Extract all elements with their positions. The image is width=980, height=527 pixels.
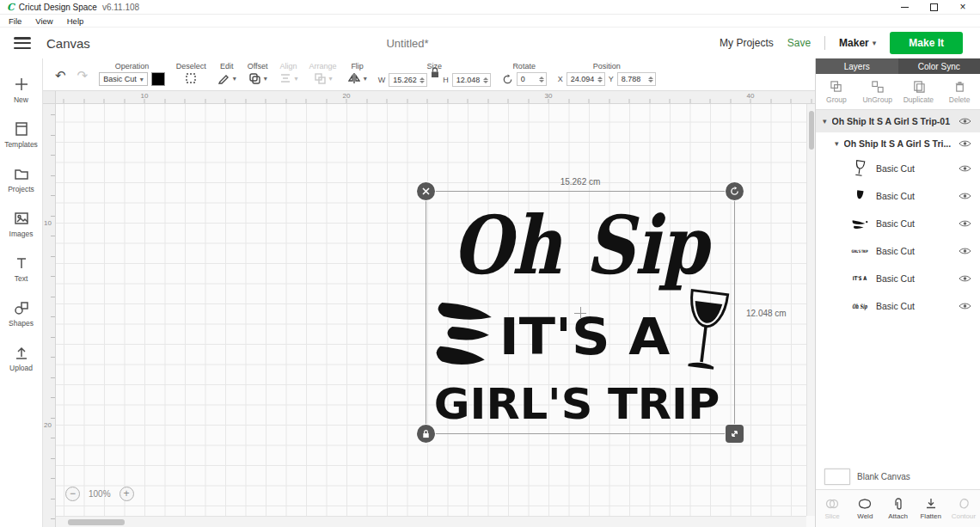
undo-button[interactable]: ↶ [55, 69, 66, 82]
chevron-down-icon: ▾ [233, 75, 236, 83]
sidebar-item-new[interactable]: New [0, 67, 42, 112]
document-title[interactable]: Untitled* [386, 37, 428, 50]
width-input[interactable]: 15.262 [389, 73, 427, 87]
layer-sub-group-row[interactable]: ▾ Oh Ship It S A Girl S Tri... [816, 132, 980, 155]
zoom-out-button[interactable]: − [65, 487, 80, 501]
position-y-input[interactable]: 8.788 [617, 72, 656, 86]
edit-dropdown[interactable]: Edit ▾ [217, 61, 236, 84]
layer-row[interactable]: Basic Cut [816, 182, 980, 210]
layer-row[interactable]: Oh Sip Basic Cut [816, 292, 980, 320]
duplicate-icon [912, 80, 925, 93]
position-x-value: 24.094 [571, 75, 595, 83]
duplicate-button[interactable]: Duplicate [898, 74, 940, 109]
group-button[interactable]: Group [816, 74, 857, 109]
menu-help[interactable]: Help [67, 16, 84, 26]
blank-canvas-swatch[interactable] [824, 469, 850, 485]
delete-handle[interactable] [417, 182, 435, 200]
chevron-down-icon: ▾ [364, 75, 367, 83]
collapse-caret-icon[interactable]: ▾ [835, 139, 839, 148]
make-it-button[interactable]: Make It [890, 32, 963, 54]
rotate-stepper[interactable] [539, 77, 544, 83]
layer-row[interactable]: Basic Cut [816, 155, 980, 182]
edit-pencil-icon [217, 72, 230, 84]
arrange-icon [314, 72, 326, 84]
position-x-stepper[interactable] [597, 77, 603, 83]
layer-row[interactable]: GIRL'S TRIP Basic Cut [816, 237, 980, 265]
wine-glass-solid-icon [848, 185, 871, 207]
height-stepper[interactable] [483, 77, 488, 83]
deselect-button[interactable]: Deselect [176, 61, 206, 84]
maximize-button[interactable] [928, 2, 939, 12]
contour-icon [957, 497, 971, 511]
zoom-control: − 100% + [65, 487, 134, 501]
splash-icon [848, 212, 871, 235]
visibility-eye-icon[interactable] [959, 219, 971, 228]
sidebar-item-upload[interactable]: Upload [0, 335, 42, 380]
redo-button: ↷ [77, 69, 89, 82]
height-input[interactable]: 12.048 [452, 73, 491, 87]
lock-icon [421, 429, 431, 438]
its-a-text-icon: IT'S A [848, 267, 871, 290]
horizontal-scrollbar[interactable] [56, 516, 806, 527]
app-title: Cricut Design Space [19, 3, 97, 12]
rotate-input[interactable]: 0 [517, 72, 547, 86]
window-titlebar: C Cricut Design Space v6.11.108 × [0, 0, 980, 15]
width-stepper[interactable] [420, 77, 425, 83]
position-x-input[interactable]: 24.094 [567, 72, 605, 86]
menu-file[interactable]: File [9, 16, 21, 26]
machine-selector[interactable]: Maker ▾ [839, 37, 876, 49]
flatten-button[interactable]: Flatten [915, 490, 947, 527]
operation-dropdown[interactable]: Basic Cut ▾ [99, 72, 148, 86]
visibility-eye-icon[interactable] [959, 247, 971, 255]
weld-button[interactable]: Weld [848, 490, 881, 527]
visibility-eye-icon[interactable] [959, 117, 971, 126]
rotate-handle[interactable] [726, 182, 744, 200]
save-link[interactable]: Save [787, 37, 811, 49]
close-button[interactable]: × [958, 2, 968, 12]
sidebar-item-templates[interactable]: Templates [0, 112, 42, 156]
contour-button: Contour [947, 490, 980, 527]
layer-row[interactable]: IT'S A Basic Cut [816, 265, 980, 292]
ungroup-button[interactable]: UnGroup [857, 74, 898, 109]
plus-icon [13, 76, 30, 93]
horizontal-scroll-thumb[interactable] [68, 519, 125, 525]
attach-button[interactable]: Attach [881, 490, 914, 527]
layer-root-group-row[interactable]: ▾ Oh Ship It S A Girl S Trip-01 [816, 110, 980, 132]
layers-panel: Layers Color Sync Group UnGroup Duplicat… [815, 58, 980, 527]
position-y-stepper[interactable] [648, 77, 653, 83]
align-icon [279, 72, 291, 84]
shapes-icon [13, 299, 30, 316]
vertical-ruler: 10 20 [43, 104, 56, 527]
visibility-eye-icon[interactable] [959, 139, 971, 148]
sidebar-item-projects[interactable]: Projects [0, 156, 42, 201]
minimize-button[interactable] [899, 2, 910, 12]
resize-handle[interactable] [726, 425, 744, 443]
tab-color-sync[interactable]: Color Sync [898, 58, 980, 74]
lock-handle[interactable] [417, 425, 435, 443]
visibility-eye-icon[interactable] [959, 192, 971, 200]
vertical-scrollbar[interactable] [806, 104, 815, 516]
offset-dropdown[interactable]: Offset ▾ [248, 61, 268, 84]
tab-layers[interactable]: Layers [816, 58, 898, 74]
sidebar-item-images[interactable]: Images [0, 201, 42, 246]
my-projects-link[interactable]: My Projects [720, 37, 774, 49]
vertical-scroll-thumb[interactable] [809, 111, 814, 150]
visibility-eye-icon[interactable] [959, 302, 971, 310]
lock-aspect-ratio-button[interactable] [431, 66, 439, 82]
visibility-eye-icon[interactable] [959, 274, 971, 283]
layer-row[interactable]: Basic Cut [816, 210, 980, 237]
sidebar-item-shapes[interactable]: Shapes [0, 291, 42, 335]
menu-view[interactable]: View [35, 16, 52, 26]
collapse-caret-icon[interactable]: ▾ [823, 117, 827, 126]
color-swatch[interactable] [151, 72, 165, 86]
sidebar-item-text[interactable]: Text [0, 246, 42, 291]
visibility-eye-icon[interactable] [959, 164, 971, 173]
delete-button[interactable]: Delete [939, 74, 980, 109]
splash-graphic [437, 303, 492, 365]
header-divider [824, 36, 825, 50]
design-text-girls-trip: GIRL'S TRIP [434, 379, 720, 429]
hamburger-menu-icon[interactable] [14, 37, 31, 49]
zoom-in-button[interactable]: + [119, 487, 134, 501]
flip-dropdown[interactable]: Flip ▾ [348, 61, 367, 84]
y-axis-label: Y [609, 75, 614, 83]
